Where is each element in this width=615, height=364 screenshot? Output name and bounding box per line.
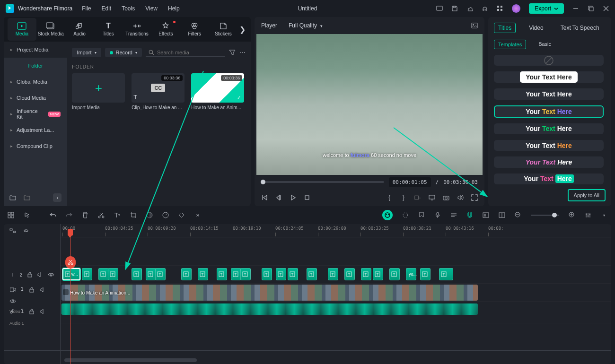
title-template[interactable]: Your Text Here — [494, 156, 604, 167]
tab-effects[interactable]: Effects — [151, 18, 180, 41]
tabs-scroll-right[interactable]: ❯ — [237, 25, 247, 34]
sidebar-global-media[interactable]: ▸Global Media — [4, 74, 67, 90]
tab-titles[interactable]: TTitles — [94, 18, 123, 41]
video-clip[interactable]: How to Make an Animation... — [62, 285, 478, 301]
zoom-in-icon[interactable] — [569, 212, 575, 218]
stop-icon[interactable] — [304, 194, 310, 201]
volume-icon[interactable] — [457, 194, 464, 201]
speed-icon[interactable] — [162, 212, 169, 218]
mute-icon[interactable] — [40, 286, 46, 293]
audio-track[interactable] — [61, 302, 611, 323]
title-template[interactable]: Your Text Here — [494, 123, 604, 134]
rsubtab-basic[interactable]: Basic — [535, 40, 555, 49]
import-dropdown[interactable]: Import▾ — [72, 48, 101, 57]
sidebar-cloud-media[interactable]: ▸Cloud Media — [4, 90, 67, 106]
text-clip[interactable]: T — [98, 268, 109, 280]
text-clip[interactable]: T — [132, 268, 142, 280]
eye-icon[interactable] — [9, 298, 16, 304]
zoom-slider[interactable] — [531, 215, 559, 216]
timeline-ruler[interactable]: 00:0000:00:04:2500:00:09:2000:00:14:1500… — [61, 224, 611, 237]
tab-audio[interactable]: Audio — [65, 18, 94, 41]
mute-icon[interactable] — [37, 271, 43, 278]
playhead-handle[interactable] — [68, 229, 73, 235]
playhead-line[interactable] — [70, 233, 70, 364]
text-clip[interactable]: T — [276, 268, 286, 280]
tab-stock-media[interactable]: Stock Media — [36, 18, 65, 41]
rtab-tts[interactable]: Text To Speech — [557, 23, 603, 33]
mark-in-icon[interactable]: { — [386, 194, 393, 201]
snapshot-icon[interactable] — [471, 22, 478, 29]
more-icon[interactable]: ⋯ — [239, 49, 246, 56]
cut-icon[interactable] — [98, 212, 105, 218]
track-head-audio[interactable]: 1 Audio 1 — [4, 305, 60, 327]
rtab-video[interactable]: Video — [525, 23, 547, 33]
text-clip[interactable]: T — [217, 268, 227, 280]
maximize-icon[interactable] — [588, 5, 594, 12]
text-clip[interactable]: T — [344, 268, 355, 280]
tab-media[interactable]: Media — [8, 18, 36, 41]
text-clip[interactable]: T — [108, 268, 118, 280]
menu-tools[interactable]: Tools — [122, 5, 135, 12]
link-tracks-icon[interactable] — [9, 227, 16, 234]
camera-icon[interactable] — [443, 194, 449, 201]
render-icon[interactable] — [483, 212, 489, 218]
ai-button[interactable] — [382, 210, 393, 220]
delete-icon[interactable] — [82, 212, 88, 218]
crop-dropdown-icon[interactable] — [414, 194, 421, 201]
folder-icon[interactable] — [24, 194, 30, 201]
mixer-chev-icon[interactable]: ▾ — [601, 212, 607, 218]
search-input[interactable] — [157, 50, 222, 55]
mic-icon[interactable] — [434, 212, 441, 218]
eye-icon[interactable] — [48, 271, 54, 278]
minimize-icon[interactable] — [572, 5, 579, 12]
title-template[interactable]: Your Text Here — [494, 88, 604, 99]
headset-icon[interactable] — [482, 5, 488, 12]
text-clip[interactable]: T — [373, 268, 383, 280]
text-clip[interactable]: T — [181, 268, 192, 280]
screen-icon[interactable] — [436, 5, 443, 12]
fullscreen-icon[interactable] — [471, 194, 478, 201]
text-clip[interactable]: T — [240, 268, 251, 280]
collapse-sidebar-icon[interactable]: ‹ — [53, 193, 62, 202]
cut-badge[interactable] — [65, 256, 76, 269]
tab-stickers[interactable]: Stickers — [209, 18, 238, 41]
text-clip[interactable]: T — [231, 268, 241, 280]
text-clip[interactable]: T — [439, 268, 453, 280]
pointer-icon[interactable] — [24, 212, 30, 218]
menu-help[interactable]: Help — [168, 5, 180, 12]
text-clip[interactable]: T — [420, 268, 430, 280]
rsubtab-templates[interactable]: Templates — [494, 40, 526, 49]
text-clip[interactable]: Tyo... — [406, 268, 416, 280]
apps-icon[interactable] — [497, 5, 503, 12]
text-clip[interactable]: T — [155, 268, 166, 280]
text-clip[interactable]: T — [262, 268, 272, 280]
redo-icon[interactable] — [66, 212, 72, 218]
text-clip[interactable]: T — [307, 268, 317, 280]
undo-icon[interactable] — [50, 212, 56, 218]
tab-transitions[interactable]: Transitions — [123, 18, 151, 41]
user-avatar[interactable] — [512, 4, 520, 13]
text-clip[interactable]: T — [198, 268, 208, 280]
audio-clip[interactable] — [62, 303, 478, 315]
adjust-icon[interactable] — [402, 212, 409, 218]
title-template[interactable]: Your Text Here — [494, 105, 604, 118]
title-template[interactable] — [494, 55, 604, 66]
media-card-animation[interactable]: 00:03:36✓ How to Make an Anim... — [191, 73, 244, 110]
title-template[interactable]: Your Text Here — [494, 140, 604, 151]
media-card-clip[interactable]: 00:03:36CCT Clip_How to Make an ... — [132, 73, 184, 110]
lock-icon[interactable] — [28, 308, 35, 315]
record-dropdown[interactable]: Record▾ — [105, 48, 142, 57]
cloud-icon[interactable] — [466, 5, 473, 12]
search-media[interactable] — [146, 49, 225, 57]
sidebar-influence-kit[interactable]: ▸Influence KitNEW — [4, 106, 67, 122]
mute-icon[interactable] — [40, 308, 46, 315]
auto-reframe-icon[interactable] — [499, 212, 505, 218]
more-tools-icon[interactable]: » — [194, 212, 201, 218]
music-tool-icon[interactable] — [450, 212, 457, 218]
text-clip[interactable]: T — [146, 268, 156, 280]
lock-icon[interactable] — [28, 286, 35, 293]
text-track[interactable]: Tw...TTTTTTTTTTTTTTTTTTTTTyo...TT — [61, 266, 611, 284]
save-icon[interactable] — [451, 5, 458, 12]
text-tool-icon[interactable]: T▾ — [114, 212, 121, 218]
track-head-text[interactable]: T2 — [4, 266, 60, 284]
